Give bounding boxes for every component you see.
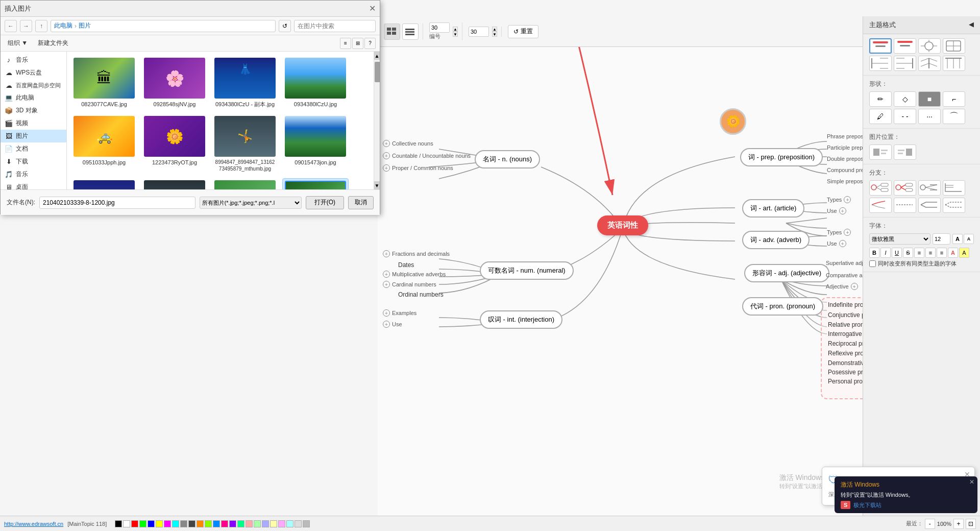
color-swatch[interactable] (172, 520, 179, 527)
scroll-thumb[interactable] (375, 62, 380, 82)
theme-item-1[interactable] (869, 38, 892, 54)
color-swatch[interactable] (131, 520, 138, 527)
leaf-use[interactable]: + Use (383, 321, 402, 328)
file-item[interactable]: 🤸 8994847_8994847_1316273495879_mthumb.j… (212, 114, 278, 174)
new-folder-button[interactable]: 新建文件夹 (35, 38, 71, 49)
theme-item-5[interactable] (869, 56, 892, 71)
file-item[interactable]: 👗 0934380lCzU - 副本.jpg (212, 56, 278, 110)
leaf-ordinal[interactable]: Ordinal numbers (398, 291, 444, 298)
node-adj[interactable]: 形容词 - adj. (adjective) (744, 264, 829, 282)
color-swatch[interactable] (286, 520, 293, 527)
node-adv[interactable]: 词 - adv. (adverb) (742, 231, 810, 249)
theme-item-8[interactable] (943, 56, 965, 71)
branch-item-5[interactable] (869, 198, 892, 213)
align-center-button[interactable]: ≡ (925, 248, 936, 258)
node-article[interactable]: 词 - art. (article) (742, 199, 804, 218)
plus-icon[interactable]: + (383, 309, 390, 317)
address-path[interactable]: 此电脑 › 图片 (51, 20, 276, 32)
leaf-multiplicative[interactable]: + Multiplicative adverbs (383, 271, 446, 278)
nav-up-button[interactable]: ↑ (35, 20, 47, 32)
leaf-proper-nouns[interactable]: + Proper / Common nouns (383, 164, 453, 172)
shape-item-dots[interactable]: ··· (918, 109, 941, 124)
leaf-double-prep[interactable]: Double prepositions + (827, 155, 863, 162)
color-swatch[interactable] (221, 520, 228, 527)
plus-icon[interactable]: + (839, 207, 846, 214)
cancel-button[interactable]: 取消 (348, 196, 374, 209)
num-down-button-1[interactable]: ▼ (453, 32, 458, 37)
plus-icon[interactable]: + (844, 229, 851, 236)
file-item[interactable]: 0934380lCzU.jpg (282, 56, 349, 110)
color-swatch[interactable] (148, 520, 155, 527)
leaf-comparative[interactable]: Comparative adjective + (826, 272, 863, 279)
leaf-cardinal[interactable]: + Cardinal numbers (383, 281, 436, 288)
zoom-in-button[interactable]: + (953, 519, 964, 529)
font-color-button[interactable]: A (948, 248, 958, 258)
align-right-button[interactable]: ≡ (937, 248, 947, 258)
color-swatch[interactable] (213, 520, 220, 527)
color-swatch[interactable] (180, 520, 187, 527)
nav-item-downloads[interactable]: ⬇下载 (1, 155, 66, 168)
nav-item-desktop[interactable]: 🖥桌面 (1, 181, 66, 189)
color-swatch[interactable] (115, 520, 122, 527)
file-item[interactable]: 🌼 210402103339-8.jpg (212, 178, 278, 189)
node-numeral[interactable]: 可数名词 - num. (numeral) (480, 261, 574, 280)
file-item[interactable]: 11135086ym3.jpg (141, 178, 208, 189)
website-link[interactable]: http://www.edrawsoft.cn (4, 521, 63, 527)
scroll-up-button[interactable]: ▲ (374, 52, 380, 60)
color-swatch[interactable] (303, 520, 310, 527)
color-swatch[interactable] (197, 520, 204, 527)
shape-item-diamond[interactable]: ◇ (894, 91, 916, 107)
font-size-increase[interactable]: A (952, 234, 963, 244)
leaf-indefinite[interactable]: Indefinite pronoun + (828, 301, 863, 308)
leaf-demonstrative[interactable]: Demonstrative pronoun + (828, 359, 863, 367)
file-item-selected[interactable]: 🌼 210402103339-8-1200.jpg (282, 178, 349, 189)
leaf-examples[interactable]: + Examples (383, 309, 416, 317)
leaf-countable-nouns[interactable]: + Countable / Uncountable nouns (383, 152, 471, 159)
branch-item-2[interactable] (894, 180, 916, 196)
node-center[interactable]: 英语词性 (597, 215, 648, 235)
font-size-input[interactable] (933, 233, 950, 245)
leaf-dates[interactable]: Dates (398, 261, 414, 269)
leaf-participle-prep[interactable]: Participle prepositions + (827, 144, 863, 151)
shape-item-curve[interactable]: ⌒ (943, 109, 965, 124)
reset-button[interactable]: ↺ 重置 (508, 25, 538, 38)
color-swatch[interactable] (254, 520, 261, 527)
layout-button-2[interactable] (402, 23, 419, 40)
theme-item-2[interactable] (894, 38, 916, 54)
leaf-posessive[interactable]: Posessive pronoun + (828, 369, 863, 376)
bold-button[interactable]: B (869, 248, 879, 258)
nav-item-computer[interactable]: 💻此电脑 (1, 91, 66, 104)
num-down-button-2[interactable]: ▼ (492, 32, 497, 37)
view-list-button[interactable]: ≡ (340, 38, 351, 49)
search-input[interactable] (294, 20, 376, 32)
filetype-select[interactable]: 所有图片(*.jpg;*.jpeg;*.png;*.l (200, 197, 302, 209)
leaf-personal[interactable]: Personal pronoun + (828, 378, 863, 385)
panel-collapse-icon[interactable]: ◀ (969, 20, 974, 28)
color-swatch[interactable] (237, 520, 244, 527)
leaf-collective-nouns[interactable]: + Collective nouns (383, 140, 433, 147)
organize-button[interactable]: 组织 ▼ (5, 38, 31, 49)
color-swatch[interactable] (270, 520, 277, 527)
leaf-reflexive[interactable]: Reflexive pronoun + (828, 350, 863, 357)
nav-item-docs[interactable]: 📄文档 (1, 142, 66, 155)
file-item[interactable]: 🏛 0823077CAVE.jpg (71, 56, 137, 110)
shape-item-pen[interactable]: 🖊 (869, 109, 892, 124)
color-swatch[interactable] (229, 520, 236, 527)
nav-back-button[interactable]: ← (5, 20, 17, 32)
nav-item-3d[interactable]: 📦3D 对象 (1, 104, 66, 117)
theme-item-4[interactable] (943, 38, 965, 54)
plus-icon[interactable]: + (383, 281, 390, 288)
plus-icon[interactable]: + (383, 152, 390, 159)
num-input-1[interactable] (429, 22, 450, 33)
node-nouns[interactable]: 名词 - n. (nouns) (475, 150, 540, 168)
theme-item-7[interactable] (918, 56, 941, 71)
scroll-down-button[interactable]: ▼ (374, 181, 380, 189)
strikethrough-button[interactable]: S (903, 248, 913, 258)
node-interjection[interactable]: 叹词 - int. (interjection) (480, 310, 562, 329)
plus-icon[interactable]: + (383, 164, 390, 172)
plus-icon[interactable]: + (383, 250, 390, 257)
nav-item-music2[interactable]: 🎵音乐 (1, 168, 66, 181)
num-up-button-2[interactable]: ▲ (492, 27, 497, 32)
file-item[interactable]: 🌸 0928548sjNV.jpg (141, 56, 208, 110)
theme-item-6[interactable] (894, 56, 916, 71)
